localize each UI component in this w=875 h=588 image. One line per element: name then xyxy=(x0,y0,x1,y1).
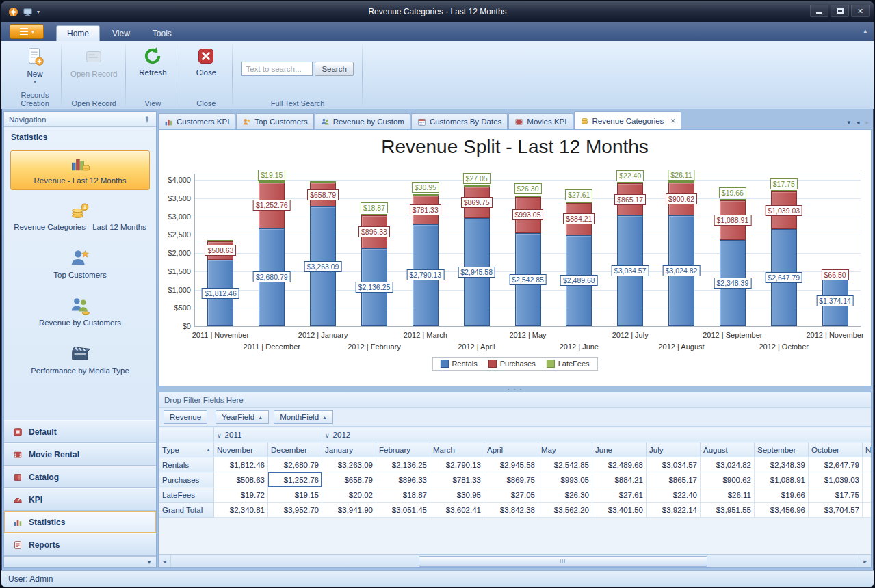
pivot-cell[interactable]: $3,034.57 xyxy=(647,457,701,472)
close-window-button[interactable]: × xyxy=(851,5,870,17)
nav-group-statistics[interactable]: Statistics xyxy=(4,511,156,533)
pivot-cell[interactable]: $2,348.39 xyxy=(755,457,809,472)
pivot-row-header-rentals[interactable]: Rentals xyxy=(159,457,214,472)
nav-item-revenue-categories-last-12-months[interactable]: Revenue Categories - Last 12 Months xyxy=(10,197,150,237)
pivot-cell[interactable]: $26.11 xyxy=(701,487,755,503)
pivot-cell[interactable]: $2,340.81 xyxy=(214,503,268,518)
nav-group-movie-rental[interactable]: Movie Rental xyxy=(4,443,156,466)
pivot-month-header-november[interactable]: November xyxy=(863,442,871,457)
document-tab-top-customers[interactable]: Top Customers xyxy=(236,113,313,129)
close-document-button[interactable]: Close xyxy=(184,43,228,98)
monitor-icon[interactable] xyxy=(23,7,33,17)
application-menu-button[interactable]: ▾ xyxy=(10,24,44,39)
search-button[interactable]: Search xyxy=(315,62,353,76)
pivot-cell[interactable]: $896.33 xyxy=(376,472,430,487)
pivot-row-field-header[interactable]: Type▲ xyxy=(159,442,214,457)
pivot-cell[interactable]: $3,922.14 xyxy=(647,503,701,518)
pivot-month-header-october[interactable]: October xyxy=(809,442,863,457)
pivot-filter-area[interactable]: Drop Filter Fields Here xyxy=(159,392,871,408)
pivot-cell[interactable]: $2,542.85 xyxy=(538,457,592,472)
pivot-cell[interactable]: $3,051.45 xyxy=(376,503,430,518)
pivot-cell[interactable]: $1,812.46 xyxy=(214,457,268,472)
pivot-month-header-may[interactable]: May xyxy=(538,442,592,457)
document-tab-revenue-categories[interactable]: Revenue Categories× xyxy=(574,111,682,129)
pivot-year-header-2011[interactable]: ∨2011 xyxy=(214,427,322,442)
pivot-cell[interactable]: $865.17 xyxy=(647,472,701,487)
scrollbar-track[interactable] xyxy=(171,555,859,567)
pivot-month-header-december[interactable]: December xyxy=(268,442,322,457)
month-field-button[interactable]: MonthField ▲ xyxy=(274,410,333,424)
document-tab-customers-by-dates[interactable]: Customers By Dates xyxy=(411,113,508,129)
refresh-button[interactable]: Refresh xyxy=(131,43,174,98)
nav-overflow-strip[interactable]: ▼ xyxy=(4,556,156,567)
tab-scroll-left-icon[interactable]: ◂ xyxy=(857,119,860,126)
scroll-right-icon[interactable]: ▸ xyxy=(859,555,871,567)
new-button[interactable]: New ▾ xyxy=(13,43,57,98)
pivot-cell[interactable]: $3,401.50 xyxy=(592,503,647,518)
nav-group-catalog[interactable]: Catalog xyxy=(4,466,156,488)
tab-list-dropdown-icon[interactable]: ▾ xyxy=(847,119,850,126)
pivot-cell[interactable]: $2,680.79 xyxy=(268,457,322,472)
pivot-cell[interactable]: $1,088.91 xyxy=(755,472,809,487)
pivot-month-header-february[interactable]: February xyxy=(376,442,430,457)
nav-group-reports[interactable]: Reports xyxy=(4,533,156,556)
pivot-cell[interactable]: $27.05 xyxy=(484,487,538,503)
pivot-cell[interactable]: $30.95 xyxy=(430,487,484,503)
pivot-month-header-april[interactable]: April xyxy=(484,442,538,457)
year-field-button[interactable]: YearField ▲ xyxy=(216,410,269,424)
pivot-cell[interactable]: $3,842.38 xyxy=(484,503,538,518)
pivot-cell[interactable]: $1,039.03 xyxy=(809,472,863,487)
pivot-month-header-june[interactable]: June xyxy=(592,442,647,457)
nav-item-performance-by-media-type[interactable]: Performance by Media Type xyxy=(10,339,150,380)
pivot-cell[interactable]: $66.50 xyxy=(863,472,871,487)
pivot-cell[interactable]: $869.75 xyxy=(484,472,538,487)
pivot-cell[interactable]: $26.30 xyxy=(538,487,592,503)
pivot-cell[interactable]: $3,024.82 xyxy=(701,457,755,472)
search-input[interactable] xyxy=(241,62,313,76)
ribbon-tab-home[interactable]: Home xyxy=(56,25,100,41)
collapse-group-icon[interactable]: ∨ xyxy=(325,432,330,439)
pivot-cell[interactable]: $993.05 xyxy=(538,472,592,487)
nav-item-top-customers[interactable]: Top Customers xyxy=(10,243,150,284)
pivot-cell[interactable]: $900.62 xyxy=(701,472,755,487)
collapse-group-icon[interactable]: ∨ xyxy=(217,432,222,439)
pivot-cell[interactable]: $20.02 xyxy=(322,487,376,503)
scrollbar-thumb[interactable] xyxy=(419,556,707,567)
pivot-cell[interactable]: $508.63 xyxy=(214,472,268,487)
pivot-cell[interactable]: $19.15 xyxy=(268,487,322,503)
quick-access-chevron-icon[interactable]: ▾ xyxy=(37,9,40,15)
pivot-cell[interactable]: $3,562.20 xyxy=(538,503,592,518)
ribbon-tab-view[interactable]: View xyxy=(102,25,140,41)
pivot-cell[interactable]: $3,263.09 xyxy=(322,457,376,472)
pivot-cell[interactable]: $19.66 xyxy=(755,487,809,503)
horizontal-scrollbar[interactable]: ◂ ▸ xyxy=(159,554,871,567)
data-field-button[interactable]: Revenue xyxy=(164,410,207,424)
nav-item-revenue-last-12-months[interactable]: Revenue - Last 12 Months xyxy=(10,150,150,190)
pivot-cell[interactable]: $781.33 xyxy=(430,472,484,487)
pivot-month-header-july[interactable]: July xyxy=(647,442,701,457)
tab-scroll-right-icon[interactable]: ▸ xyxy=(865,119,869,126)
minimize-button[interactable] xyxy=(810,5,828,17)
pivot-row-header-grand-total[interactable]: Grand Total xyxy=(159,503,214,518)
pivot-cell[interactable]: $18.87 xyxy=(376,487,430,503)
nav-item-revenue-by-customers[interactable]: Revenue by Customers xyxy=(10,291,150,332)
pivot-cell[interactable]: $1,374.14 xyxy=(863,457,871,472)
pivot-cell[interactable]: $658.79 xyxy=(322,472,376,487)
pivot-month-header-september[interactable]: September xyxy=(755,442,809,457)
pivot-cell[interactable]: $3,456.96 xyxy=(755,503,809,518)
pivot-cell[interactable]: $3,704.57 xyxy=(809,503,863,518)
pivot-cell[interactable]: $2,489.68 xyxy=(592,457,647,472)
document-tab-revenue-by-custom[interactable]: Revenue by Custom xyxy=(315,113,410,129)
tab-close-icon[interactable]: × xyxy=(670,117,675,125)
pivot-cell[interactable]: $3,941.90 xyxy=(322,503,376,518)
pivot-cell[interactable]: $2,945.58 xyxy=(484,457,538,472)
pivot-cell[interactable]: $2,647.79 xyxy=(809,457,863,472)
nav-group-default[interactable]: Default xyxy=(4,420,156,443)
pivot-cell[interactable] xyxy=(863,503,871,518)
pivot-cell[interactable] xyxy=(863,487,871,503)
panel-splitter[interactable] xyxy=(158,386,872,392)
pivot-cell[interactable]: $3,951.55 xyxy=(701,503,755,518)
pivot-cell[interactable]: $2,136.25 xyxy=(376,457,430,472)
pivot-row-header-purchases[interactable]: Purchases xyxy=(159,472,214,487)
pivot-row-header-latefees[interactable]: LateFees xyxy=(159,487,214,503)
